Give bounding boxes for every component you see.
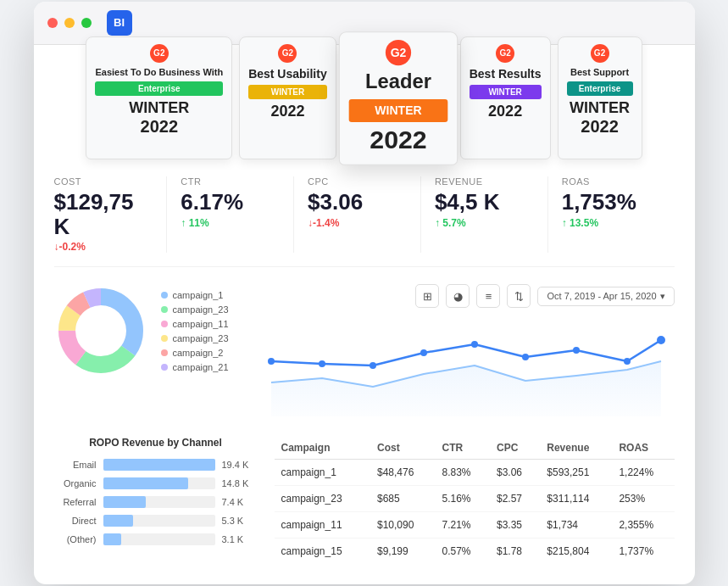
kpi-cost: COST $129,75 K ↓-0.2%: [54, 176, 168, 253]
cell-cost: $10,090: [370, 512, 436, 539]
pie-view-btn[interactable]: ◕: [446, 284, 470, 308]
kpi-revenue-label: REVENUE: [435, 176, 534, 187]
bar-value-direct: 5.3 K: [222, 516, 258, 526]
legend-item-1: campaign_1: [161, 290, 229, 300]
line-chart-section: ⊞ ◕ ≡ ⇅ Oct 7, 2019 - Apr 15, 2020 ▾: [258, 284, 675, 420]
legend-label-2: campaign_23: [173, 304, 229, 315]
legend-item-4: campaign_23: [161, 333, 229, 343]
ropo-title: ROPO Revenue by Channel: [54, 437, 258, 449]
col-ctr: CTR: [436, 437, 490, 460]
legend-label-3: campaign_11: [173, 319, 229, 329]
legend-label-5: campaign_2: [173, 348, 224, 358]
date-range-text: Oct 7, 2019 - Apr 15, 2020: [547, 291, 656, 301]
minimize-button[interactable]: [64, 18, 75, 28]
kpi-cpc-value: $3.06: [308, 190, 407, 215]
badge-year-results: 2022: [488, 103, 522, 120]
bar-label-email: Email: [54, 460, 97, 470]
badge-year2-easiest: 2022: [141, 117, 179, 137]
svg-point-12: [471, 341, 478, 348]
badge-results: G2 Best Results WINTER 2022: [460, 36, 551, 160]
kpi-revenue-value: $4,5 K: [435, 190, 534, 215]
line-chart-svg: [258, 315, 675, 416]
kpi-row: COST $129,75 K ↓-0.2% CTR 6.17% ↑ 11% CP…: [54, 176, 675, 267]
legend-dot-1: [161, 292, 168, 299]
cell-revenue: $593,251: [540, 460, 612, 486]
cell-cost: $48,476: [370, 460, 436, 486]
kpi-cpc: CPC $3.06 ↓-1.4%: [294, 176, 421, 253]
badge-title-easiest: Easiest To Do Business With: [95, 66, 223, 78]
bar-track-email: [103, 459, 215, 471]
cell-revenue: $215,804: [540, 539, 612, 565]
col-revenue: Revenue: [540, 437, 612, 460]
bar-label-organic: Organic: [54, 478, 97, 488]
svg-point-9: [319, 360, 325, 367]
kpi-cost-value: $129,75 K: [54, 190, 153, 238]
bar-track-direct: [103, 515, 215, 527]
cell-cpc: $2.57: [490, 486, 540, 512]
close-button[interactable]: [47, 18, 58, 28]
ropo-bar-chart: Email 19.4 K Organic 14.8 K: [54, 459, 258, 545]
svg-point-14: [573, 347, 580, 354]
chevron-down-icon: ▾: [660, 291, 665, 302]
col-campaign: Campaign: [275, 437, 370, 460]
table-section: Campaign Cost CTR CPC Revenue ROAS campa…: [275, 437, 675, 564]
legend-item-3: campaign_11: [161, 319, 229, 329]
kpi-cost-change: ↓-0.2%: [54, 241, 153, 253]
badge-ribbon-results: WINTER: [470, 85, 542, 99]
g2-logo-usability: G2: [278, 44, 297, 63]
cell-revenue: $1,734: [540, 512, 612, 539]
legend-dot-5: [161, 349, 168, 356]
kpi-cpc-change: ↓-1.4%: [308, 217, 407, 229]
campaigns-table: Campaign Cost CTR CPC Revenue ROAS campa…: [275, 437, 675, 564]
badge-year-leader: 2022: [370, 126, 426, 155]
charts-row: campaign_1 campaign_23 campaign_11: [54, 284, 675, 420]
kpi-revenue-change: ↑ 5.7%: [435, 217, 534, 229]
donut-chart: [54, 284, 147, 377]
chart-toolbar: ⊞ ◕ ≡ ⇅ Oct 7, 2019 - Apr 15, 2020 ▾: [258, 284, 675, 308]
g2-logo-support: G2: [591, 44, 609, 63]
date-range-btn[interactable]: Oct 7, 2019 - Apr 15, 2020 ▾: [537, 287, 674, 306]
svg-point-7: [77, 307, 125, 354]
kpi-roas-change: ↑ 13.5%: [562, 217, 661, 229]
app-logo: BI: [107, 10, 132, 36]
badge-support: G2 Best Support Enterprise WINTER 2022: [558, 36, 642, 160]
badge-title-support: Best Support: [570, 66, 629, 78]
badge-year-easiest: WINTER: [129, 99, 189, 117]
g2-logo-leader: G2: [386, 40, 411, 65]
kpi-ctr-value: 6.17%: [181, 190, 280, 215]
svg-point-11: [420, 349, 427, 356]
cell-cpc: $3.35: [490, 512, 540, 539]
svg-point-15: [624, 358, 631, 365]
table-view-btn[interactable]: ⊞: [415, 284, 439, 308]
legend-label-4: campaign_23: [173, 333, 229, 343]
bar-view-btn[interactable]: ≡: [476, 284, 500, 308]
app-window: BI G2 Easiest To Do Business With Enterp…: [34, 2, 695, 585]
bar-row-email: Email 19.4 K: [54, 459, 258, 471]
cell-ctr: 8.83%: [436, 460, 490, 486]
badges-container: G2 Easiest To Do Business With Enterpris…: [34, 36, 695, 160]
bar-row-other: (Other) 3.1 K: [54, 533, 258, 545]
col-cost: Cost: [370, 437, 436, 460]
kpi-ctr-label: CTR: [181, 176, 280, 187]
bar-value-other: 3.1 K: [222, 534, 258, 544]
settings-btn[interactable]: ⇅: [507, 284, 531, 308]
bar-value-email: 19.4 K: [222, 460, 258, 470]
cell-roas: 1,737%: [612, 539, 674, 565]
col-cpc: CPC: [490, 437, 540, 460]
donut-legend: campaign_1 campaign_23 campaign_11: [161, 290, 229, 372]
badge-year2-support: 2022: [581, 117, 619, 137]
g2-logo-results: G2: [496, 44, 514, 63]
cell-cost: $9,199: [370, 539, 436, 565]
cell-ctr: 0.57%: [436, 539, 490, 565]
badge-ribbon-leader: WINTER: [348, 98, 447, 121]
table-row: campaign_11$10,0907.21%$3.35$1,7342,355%: [275, 512, 675, 539]
badge-easiest: G2 Easiest To Do Business With Enterpris…: [86, 36, 232, 160]
badge-usability: G2 Best Usability WINTER 2022: [239, 36, 336, 160]
cell-revenue: $311,114: [540, 486, 612, 512]
maximize-button[interactable]: [81, 18, 92, 28]
cell-campaign: campaign_11: [275, 512, 370, 539]
cell-cpc: $1.78: [490, 539, 540, 565]
badge-title-results: Best Results: [470, 66, 542, 81]
kpi-roas: ROAS 1,753% ↑ 13.5%: [548, 176, 675, 253]
bar-value-organic: 14.8 K: [222, 478, 258, 488]
